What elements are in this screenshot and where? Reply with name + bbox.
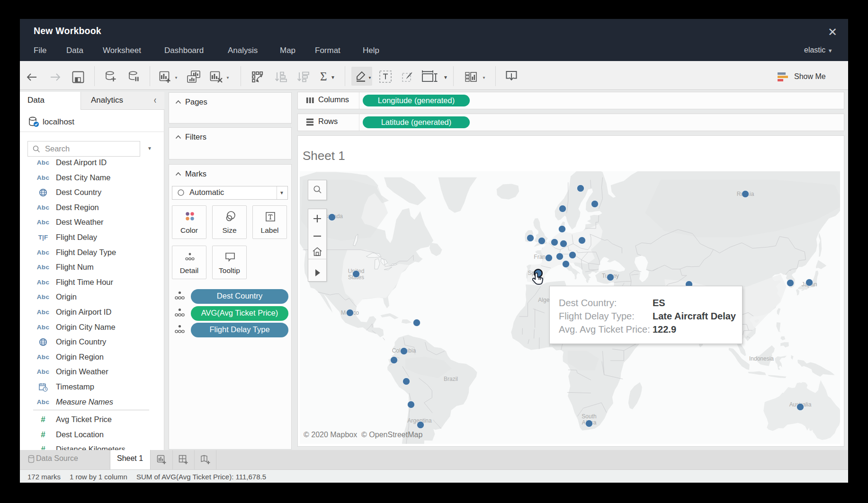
svg-text:South: South [582,413,596,420]
svg-text:Indonesia: Indonesia [749,355,774,362]
svg-text:Brazil: Brazil [444,376,458,382]
